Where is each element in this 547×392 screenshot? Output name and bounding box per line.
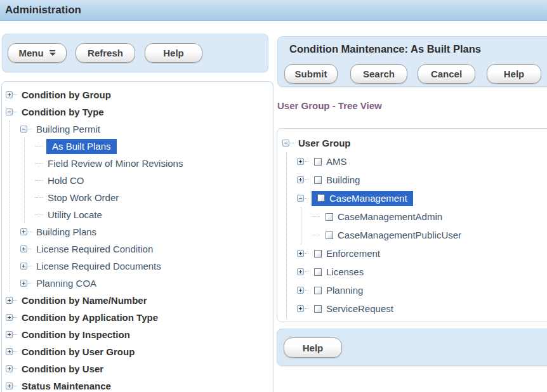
tree-item[interactable]: Planning COA: [20, 275, 273, 292]
collapse-minus-icon[interactable]: [6, 108, 13, 115]
tree-item-label[interactable]: CaseManagementAdmin: [338, 211, 442, 222]
selected-tree-item[interactable]: As Built Plans: [46, 139, 117, 154]
tree-item[interactable]: Building: [297, 171, 547, 189]
expand-plus-icon[interactable]: [297, 250, 304, 257]
menu-button[interactable]: Menu: [8, 43, 67, 63]
search-button[interactable]: Search: [350, 64, 407, 84]
tree-item-label[interactable]: License Required Documents: [36, 261, 161, 271]
tree-item[interactable]: CaseManagementPublicUser: [312, 226, 547, 244]
expand-plus-icon[interactable]: [20, 280, 27, 287]
tree-item-label[interactable]: CaseManagementPublicUser: [338, 230, 461, 240]
tree-item-label[interactable]: Condition by User: [22, 363, 103, 374]
expand-plus-icon[interactable]: [6, 91, 13, 98]
tree-item[interactable]: Hold CO: [35, 172, 273, 189]
tree-item-label[interactable]: Condition by Type: [22, 107, 104, 117]
expand-plus-icon[interactable]: [20, 228, 27, 235]
tree-item-label[interactable]: Stop Work Order: [48, 192, 119, 203]
tree-item[interactable]: Condition by Inspection: [6, 326, 273, 343]
tree-item[interactable]: Condition by Application Type: [6, 309, 273, 326]
collapse-minus-icon[interactable]: [20, 126, 27, 133]
tree-item[interactable]: ServiceRequest: [297, 299, 547, 318]
tree-item[interactable]: Licenses: [297, 263, 547, 281]
checkbox[interactable]: [314, 305, 322, 313]
expand-plus-icon[interactable]: [6, 348, 13, 355]
expand-plus-icon[interactable]: [6, 331, 13, 338]
tree-item[interactable]: As Built Plans: [35, 138, 273, 155]
selected-tree-item[interactable]: CaseManagement: [312, 191, 413, 206]
tree-item-label[interactable]: Condition by Name/Number: [22, 295, 147, 306]
tree-item-label[interactable]: Status Maintenance: [22, 381, 111, 391]
tree-node: Building: [297, 171, 547, 189]
checkbox[interactable]: [314, 176, 322, 184]
tree-item[interactable]: Building Plans: [20, 223, 273, 240]
tree-item[interactable]: Utility Locate: [35, 206, 273, 223]
tree-item-label[interactable]: Condition by Group: [22, 89, 111, 100]
tree-item-label[interactable]: CaseManagement: [329, 193, 407, 204]
tree-item[interactable]: CaseManagementAdmin: [312, 207, 547, 226]
tree-item[interactable]: License Required Condition: [20, 240, 273, 258]
tree-item-label[interactable]: Licenses: [326, 266, 364, 277]
bottom-help-button[interactable]: Help: [284, 337, 342, 358]
tree-connector: [28, 283, 32, 284]
tree-item-label[interactable]: Condition by Application Type: [22, 312, 158, 323]
tree-item-label[interactable]: AMS: [326, 156, 347, 167]
tree-item[interactable]: Building Permit: [20, 121, 273, 138]
tree-item[interactable]: Condition by Group: [6, 86, 273, 103]
checkbox[interactable]: [314, 250, 322, 258]
collapse-minus-icon[interactable]: [297, 195, 304, 202]
tree-item[interactable]: Planning: [297, 281, 547, 299]
tree-item[interactable]: Stop Work Order: [35, 189, 273, 206]
tree-item-label[interactable]: User Group: [298, 138, 351, 148]
tree-item-label[interactable]: License Required Condition: [36, 244, 153, 254]
checkbox[interactable]: [317, 194, 325, 202]
tree-item-label[interactable]: Building: [326, 174, 360, 185]
tree-item[interactable]: Condition by User Group: [6, 343, 273, 360]
tree-item[interactable]: Condition by Name/Number: [6, 292, 273, 309]
tree-item[interactable]: Enforcement: [297, 244, 547, 263]
checkbox[interactable]: [314, 268, 322, 276]
expand-plus-icon[interactable]: [6, 382, 13, 389]
tree-node: Condition by Group: [6, 86, 273, 103]
tree-item[interactable]: User Group: [282, 134, 547, 152]
expand-plus-icon[interactable]: [20, 263, 27, 270]
expand-plus-icon[interactable]: [6, 297, 13, 304]
tree-item-label[interactable]: Utility Locate: [48, 209, 102, 220]
expand-plus-icon[interactable]: [297, 268, 304, 275]
refresh-button[interactable]: Refresh: [76, 43, 135, 63]
expand-plus-icon[interactable]: [6, 314, 13, 321]
left-help-button[interactable]: Help: [145, 43, 202, 63]
tree-item[interactable]: Status Maintenance: [6, 377, 273, 392]
tree-item-label[interactable]: Field Review of Minor Revisions: [48, 158, 183, 169]
collapse-minus-icon[interactable]: [282, 140, 289, 147]
expand-plus-icon[interactable]: [297, 176, 304, 183]
expand-plus-icon[interactable]: [297, 158, 304, 165]
tree-item-label[interactable]: Building Permit: [36, 124, 100, 134]
checkbox[interactable]: [326, 232, 333, 239]
expand-plus-icon[interactable]: [297, 287, 304, 294]
tree-item-label[interactable]: Planning COA: [36, 278, 96, 289]
expand-plus-icon[interactable]: [20, 245, 27, 252]
tree-item-label[interactable]: Enforcement: [326, 248, 380, 259]
user-group-tree-panel: User GroupAMSBuildingCaseManagementCaseM…: [277, 128, 547, 322]
tree-item-label[interactable]: Condition by Inspection: [22, 329, 130, 340]
tree-item[interactable]: Condition by Type: [6, 103, 273, 121]
right-help-button[interactable]: Help: [487, 64, 541, 84]
tree-item-label[interactable]: As Built Plans: [52, 141, 111, 152]
cancel-button[interactable]: Cancel: [418, 64, 475, 84]
tree-item[interactable]: License Required Documents: [20, 258, 273, 275]
checkbox[interactable]: [326, 213, 333, 221]
tree-item-label[interactable]: ServiceRequest: [326, 303, 393, 314]
tree-item-label[interactable]: Building Plans: [36, 226, 96, 237]
checkbox[interactable]: [314, 287, 322, 294]
tree-item-label[interactable]: Condition by User Group: [22, 346, 135, 357]
tree-item-label[interactable]: Hold CO: [48, 175, 84, 186]
tree-item[interactable]: AMS: [297, 152, 547, 171]
expand-plus-icon[interactable]: [297, 305, 304, 312]
expand-plus-icon[interactable]: [6, 365, 13, 372]
tree-item[interactable]: Condition by User: [6, 360, 273, 377]
tree-item-label[interactable]: Planning: [326, 285, 363, 296]
checkbox[interactable]: [314, 158, 322, 166]
tree-item[interactable]: Field Review of Minor Revisions: [35, 155, 273, 172]
submit-button[interactable]: Submit: [284, 64, 338, 84]
tree-item[interactable]: CaseManagement: [297, 189, 547, 207]
